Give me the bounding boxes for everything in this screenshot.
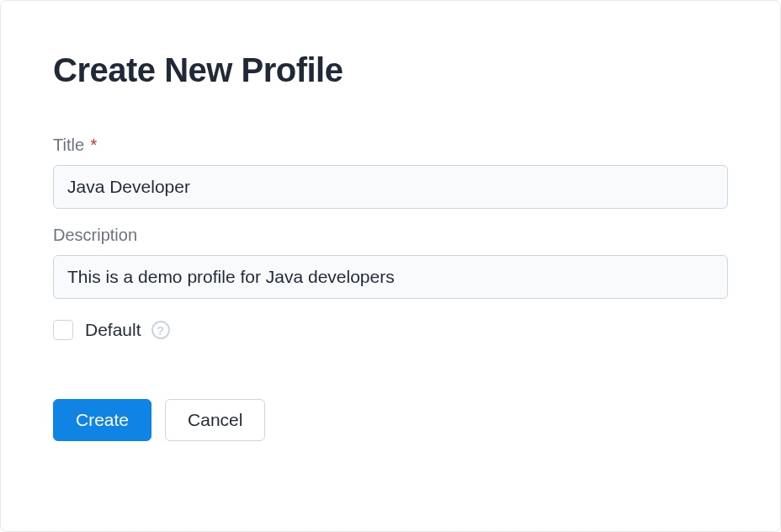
required-indicator: * [91, 136, 98, 154]
title-field: Title * [53, 136, 728, 209]
cancel-button[interactable]: Cancel [165, 399, 265, 441]
default-checkbox[interactable] [53, 320, 73, 340]
description-input[interactable] [53, 255, 728, 299]
title-label-text: Title [53, 136, 84, 154]
default-checkbox-row: Default ? [53, 320, 728, 340]
help-icon[interactable]: ? [151, 321, 170, 339]
description-field: Description [53, 226, 728, 299]
button-row: Create Cancel [53, 399, 728, 441]
page-title: Create New Profile [53, 51, 728, 89]
title-input[interactable] [53, 165, 728, 209]
default-checkbox-label: Default [85, 320, 141, 340]
create-button[interactable]: Create [53, 399, 151, 441]
title-label: Title * [53, 136, 728, 155]
description-label: Description [53, 226, 728, 245]
create-profile-card: Create New Profile Title * Description D… [0, 0, 781, 532]
